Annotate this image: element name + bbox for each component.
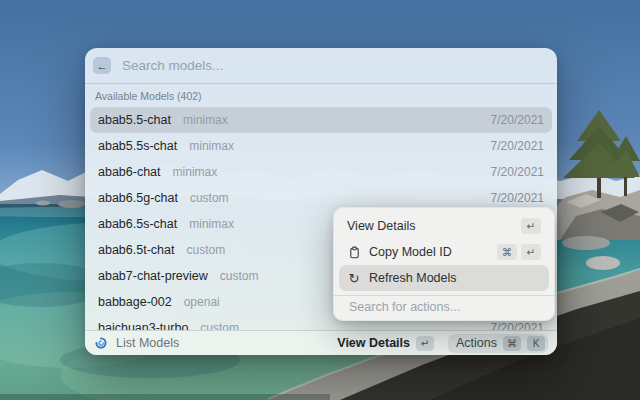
model-provider: custom bbox=[186, 243, 225, 257]
model-date: 7/20/2021 bbox=[491, 321, 544, 330]
search-bar: ← bbox=[85, 48, 557, 84]
model-row[interactable]: abab6-chat minimax 7/20/2021 bbox=[90, 159, 552, 185]
menu-item-copy-model-id[interactable]: Copy Model ID ⌘ ↵ bbox=[339, 239, 549, 265]
model-date: 7/20/2021 bbox=[491, 191, 544, 205]
model-name: abab6-chat bbox=[98, 165, 161, 179]
command-name: List Models bbox=[116, 336, 179, 350]
model-name: abab6.5g-chat bbox=[98, 191, 178, 205]
screen: ← Available Models (402) abab5.5-chat mi… bbox=[0, 0, 640, 400]
model-provider: minimax bbox=[183, 113, 228, 127]
model-name: abab6.5s-chat bbox=[98, 217, 177, 231]
model-provider: minimax bbox=[189, 139, 234, 153]
k-key-badge: K bbox=[527, 336, 545, 351]
menu-search bbox=[339, 299, 549, 315]
menu-divider bbox=[334, 295, 554, 296]
menu-item-label: View Details bbox=[347, 219, 416, 233]
model-provider: custom bbox=[220, 269, 259, 283]
model-provider: minimax bbox=[189, 217, 234, 231]
waterline-rock bbox=[58, 200, 86, 208]
model-provider: openai bbox=[184, 295, 220, 309]
model-provider: custom bbox=[190, 191, 229, 205]
command-key-badge: ⌘ bbox=[503, 336, 521, 351]
model-name: baichuan3-turbo bbox=[98, 321, 188, 330]
model-row[interactable]: abab5.5s-chat minimax 7/20/2021 bbox=[90, 133, 552, 159]
back-button[interactable]: ← bbox=[93, 57, 111, 74]
waterline-rock bbox=[36, 201, 50, 206]
clipboard-icon bbox=[347, 245, 361, 259]
return-key-badge: ↵ bbox=[416, 336, 434, 351]
refresh-icon: ↻ bbox=[347, 271, 361, 285]
section-header: Available Models (402) bbox=[85, 84, 557, 107]
model-row[interactable]: abab5.5-chat minimax 7/20/2021 bbox=[90, 107, 552, 133]
menu-item-label: Refresh Models bbox=[369, 271, 457, 285]
return-key-badge: ↵ bbox=[521, 218, 541, 234]
model-name: abab6.5t-chat bbox=[98, 243, 174, 257]
actions-label: Actions bbox=[456, 336, 497, 350]
menu-item-label: Copy Model ID bbox=[369, 245, 452, 259]
model-name: babbage-002 bbox=[98, 295, 172, 309]
model-date: 7/20/2021 bbox=[491, 165, 544, 179]
model-date: 7/20/2021 bbox=[491, 113, 544, 127]
actions-search-input[interactable] bbox=[347, 299, 541, 315]
command-key-badge: ⌘ bbox=[497, 244, 517, 260]
actions-menu: View Details ↵ Copy Model ID ⌘ ↵ ↻ Refre… bbox=[333, 207, 555, 321]
actions-button[interactable]: Actions ⌘ K bbox=[448, 334, 548, 353]
primary-action-label[interactable]: View Details bbox=[337, 336, 410, 350]
menu-item-view-details[interactable]: View Details ↵ bbox=[339, 213, 549, 239]
search-input[interactable] bbox=[120, 57, 549, 74]
footer-bar: List Models View Details ↵ Actions ⌘ K bbox=[85, 330, 557, 355]
model-date: 7/20/2021 bbox=[491, 139, 544, 153]
model-provider: custom bbox=[200, 321, 239, 330]
model-name: abab5.5-chat bbox=[98, 113, 171, 127]
menu-item-refresh-models[interactable]: ↻ Refresh Models bbox=[339, 265, 549, 291]
model-provider: minimax bbox=[173, 165, 218, 179]
model-name: abab7-chat-preview bbox=[98, 269, 208, 283]
models-app-icon bbox=[94, 336, 108, 350]
model-name: abab5.5s-chat bbox=[98, 139, 177, 153]
arrow-left-icon: ← bbox=[97, 60, 108, 72]
return-key-badge: ↵ bbox=[521, 244, 541, 260]
